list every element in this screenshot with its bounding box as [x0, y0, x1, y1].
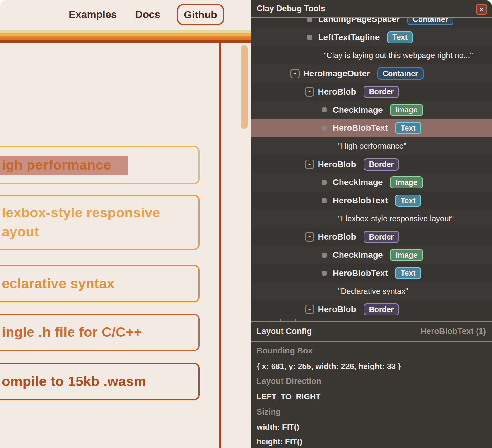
element-name: HeroBlobText	[333, 123, 388, 133]
hero-blob-label: eclarative syntax	[0, 274, 114, 293]
element-type-tag: Image	[390, 104, 423, 116]
text-content-preview: "Flexbox-style responsive layout"	[338, 214, 454, 223]
tree-row-LandingPageSpacer[interactable]: LandingPageSpacerContainer	[251, 18, 492, 28]
tree-row-text-content[interactable]: "Declarative syntax"	[251, 282, 492, 301]
sizing-label: Sizing	[257, 407, 281, 417]
hero-blob-label: lexbox-style responsive ayout	[0, 203, 160, 241]
element-type-tag: Image	[390, 176, 423, 188]
config-separator	[251, 341, 492, 342]
leaf-bullet-icon	[322, 253, 327, 258]
element-type-tag: Image	[390, 249, 423, 261]
element-name: HeroBlob	[318, 232, 356, 242]
hero-blob-label: ingle .h file for C/C++	[0, 323, 142, 342]
layout-direction-value: LEFT_TO_RIGHT	[257, 392, 320, 401]
tree-row-HeroBlobText[interactable]: HeroBlobTextText	[251, 264, 492, 282]
element-name: HeroBlob	[318, 87, 356, 97]
hero-blob-card: ompile to 15kb .wasm	[0, 363, 200, 400]
stripe-1	[0, 30, 251, 33]
element-tree: LandingPageSpacerContainerLeftTextTaglin…	[251, 18, 492, 321]
collapse-button[interactable]: -	[305, 87, 314, 97]
layout-config-bar: Layout Config HeroBlobText (1)	[251, 322, 492, 341]
element-type-tag: Text	[395, 195, 421, 207]
sizing-height-value: height: FIT()	[257, 437, 302, 446]
tree-row-CheckImage[interactable]: CheckImageImage	[251, 246, 492, 264]
nav-link-examples[interactable]: Examples	[69, 9, 117, 20]
tree-row-CheckImage[interactable]: CheckImageImage	[251, 173, 492, 191]
layout-direction-label: Layout Direction	[257, 377, 321, 386]
bounding-box-label: Bounding Box	[257, 346, 313, 356]
collapse-button[interactable]: -	[290, 69, 300, 78]
collapse-button[interactable]: -	[305, 160, 314, 169]
tree-row-LeftTextTagline[interactable]: LeftTextTaglineText	[251, 28, 492, 47]
layout-direction-value-text: LEFT_TO_RIGHT	[257, 392, 320, 401]
leaf-bullet-icon	[322, 126, 327, 131]
element-type-tag: Border	[364, 303, 399, 315]
element-name: CheckImage	[333, 105, 383, 115]
tree-row-text-content[interactable]: "Clay is laying out this webpage right n…	[251, 46, 492, 64]
leaf-bullet-icon	[307, 35, 312, 40]
collapse-button[interactable]: -	[305, 305, 314, 314]
tree-row-HeroBlob[interactable]: -HeroBlobBorder	[251, 228, 492, 246]
sizing-width-value: width: FIT()	[257, 422, 299, 432]
sizing-width-text: width: FIT()	[257, 422, 299, 432]
element-type-tag: Container	[407, 18, 454, 25]
leaf-bullet-icon	[322, 107, 327, 112]
element-name: HeroImageOuter	[303, 69, 370, 78]
sizing-label-text: Sizing	[257, 407, 281, 416]
element-type-tag: Border	[364, 231, 399, 243]
tree-row-text-content[interactable]: "High performance"	[251, 137, 492, 155]
element-type-tag: Border	[364, 158, 399, 171]
collapse-button[interactable]: -	[305, 232, 314, 242]
layout-direction-label-text: Layout Direction	[257, 377, 321, 386]
hero-blob-card: eclarative syntax	[0, 265, 200, 302]
element-type-tag: Container	[377, 67, 424, 80]
column-divider	[219, 43, 221, 448]
hero-blob-label: ompile to 15kb .wasm	[0, 372, 146, 391]
element-type-tag: Text	[387, 31, 413, 43]
element-type-tag: Text	[395, 122, 421, 134]
github-button[interactable]: Github	[177, 4, 224, 25]
stripe-4	[0, 38, 251, 40]
element-type-tag: Border	[364, 86, 399, 98]
text-content-preview: "Clay is laying out this webpage right n…	[324, 51, 473, 60]
debug-panel-title: Clay Debug Tools	[257, 0, 325, 17]
stripe-3	[0, 36, 251, 38]
text-content-preview: "High performance"	[338, 141, 406, 151]
element-name: HeroBlob	[318, 305, 356, 314]
tree-row-HeroBlob[interactable]: -HeroBlobBorder	[251, 155, 492, 174]
element-name: HeroBlobText	[333, 196, 388, 205]
page-scrollbar[interactable]	[241, 45, 248, 129]
element-name: HeroBlob	[318, 160, 356, 169]
element-name: CheckImage	[333, 250, 383, 260]
screen: Examples Docs Github igh performance lex…	[0, 0, 492, 448]
element-name: LeftTextTagline	[318, 33, 380, 42]
stripe-5	[0, 40, 251, 43]
element-name: HeroBlobText	[333, 268, 388, 278]
nav-link-docs[interactable]: Docs	[135, 9, 160, 20]
hero-blob-card: ingle .h file for C/C++	[0, 314, 200, 351]
bounding-box-label-text: Bounding Box	[257, 346, 313, 355]
clay-debug-panel: Clay Debug Tools x LandingPageSpacerCont…	[251, 0, 492, 448]
leaf-bullet-icon	[307, 18, 312, 22]
tree-row-HeroImageOuter[interactable]: -HeroImageOuterContainer	[251, 64, 492, 83]
tree-row-HeroBlobText[interactable]: HeroBlobTextText	[251, 119, 492, 137]
tree-row-HeroBlobText[interactable]: HeroBlobTextText	[251, 191, 492, 210]
bounding-box-value: { x: 681, y: 255, width: 226, height: 33…	[257, 362, 401, 371]
tree-row-CheckImage[interactable]: CheckImageImage	[251, 101, 492, 119]
leaf-bullet-icon	[322, 180, 327, 185]
selected-element-name: HeroBlobText (1)	[420, 327, 486, 336]
close-button[interactable]: x	[476, 4, 487, 15]
tree-row-HeroBlob[interactable]: -HeroBlobBorder	[251, 300, 492, 319]
debug-selection-highlight	[0, 156, 128, 175]
leaf-bullet-icon	[322, 271, 327, 276]
tree-row-text-content[interactable]: "Flexbox-style responsive layout"	[251, 210, 492, 228]
hero-blob-card: lexbox-style responsive ayout	[0, 195, 200, 250]
bounding-box-value-text: { x: 681, y: 255, width: 226, height: 33…	[257, 362, 401, 371]
sizing-height-text: height: FIT()	[257, 437, 302, 446]
debug-panel-header: Clay Debug Tools x	[251, 0, 492, 17]
stripe-2	[0, 33, 251, 36]
layout-config-title: Layout Config	[257, 327, 312, 336]
text-content-preview: "Declarative syntax"	[338, 287, 408, 296]
tree-row-HeroBlob[interactable]: -HeroBlobBorder	[251, 83, 492, 101]
leaf-bullet-icon	[322, 198, 327, 203]
